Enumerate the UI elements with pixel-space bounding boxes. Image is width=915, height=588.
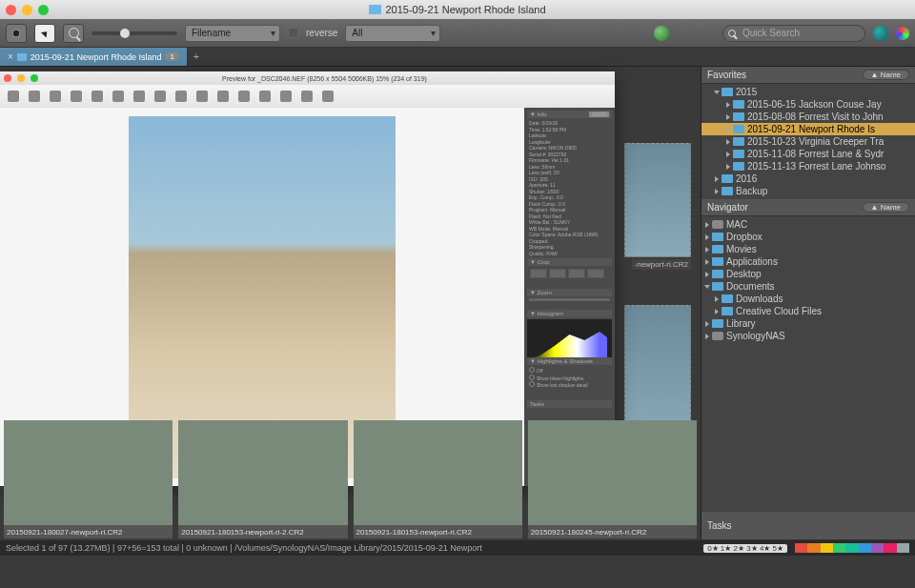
favorites-header: Favorites ▲ Name	[702, 67, 915, 84]
preview-tool[interactable]	[46, 91, 65, 102]
color-icon[interactable]	[896, 27, 909, 40]
disclosure-icon[interactable]	[705, 272, 709, 277]
close-tab-icon[interactable]: ×	[8, 51, 13, 62]
preview-traffic-lights[interactable]	[4, 74, 38, 82]
disclosure-icon[interactable]	[704, 285, 710, 289]
favorites-item[interactable]: Backup	[702, 185, 915, 197]
favorites-item[interactable]: 2015-11-13 Forrest Lane Johnso	[702, 160, 915, 172]
quick-search-input[interactable]: Quick Search	[722, 25, 865, 42]
sort-name-button[interactable]: ▲ Name	[863, 202, 909, 213]
disclosure-icon[interactable]	[715, 296, 719, 302]
disclosure-icon[interactable]	[705, 222, 709, 228]
navigator-item[interactable]: SynologyNAS	[702, 330, 915, 342]
navigator-item[interactable]: Movies	[702, 243, 915, 255]
settings-button[interactable]	[6, 24, 27, 43]
crop-button[interactable]	[568, 269, 585, 278]
reverse-checkbox[interactable]	[288, 28, 298, 38]
thumbnail[interactable]: 20150921-180153-newport-ri-2.CR2	[178, 420, 347, 538]
disclosure-icon[interactable]	[705, 259, 709, 265]
zoom-section-header[interactable]: ▼ Zoom	[527, 289, 612, 296]
navigator-item[interactable]: Dropbox	[702, 231, 915, 243]
disclosure-icon[interactable]	[726, 164, 730, 170]
preview-tool[interactable]	[67, 91, 86, 102]
disclosure-icon[interactable]	[726, 127, 730, 132]
disclosure-icon[interactable]	[705, 321, 709, 327]
navigator-item[interactable]: Documents	[702, 280, 915, 293]
disclosure-icon[interactable]	[714, 91, 720, 94]
zoom-level[interactable]: 100%	[589, 112, 609, 117]
disclosure-icon[interactable]	[715, 189, 719, 194]
disclosure-icon[interactable]	[726, 139, 730, 145]
preview-tool[interactable]	[109, 91, 128, 102]
thumbnail-partial[interactable]	[624, 143, 691, 257]
disclosure-icon[interactable]	[705, 234, 709, 240]
favorites-item[interactable]: 2015-08-08 Forrest Visit to John	[702, 111, 915, 123]
folder-tab[interactable]: × 2015-09-21 Newport Rhode Island 1	[0, 48, 188, 66]
favorites-item[interactable]: 2015	[702, 86, 915, 98]
disclosure-icon[interactable]	[726, 152, 730, 157]
thumbnail[interactable]: 20150921-180245-newport-ri.CR2	[528, 420, 697, 538]
preview-tool[interactable]	[318, 91, 337, 102]
pointer-tool-button[interactable]	[34, 24, 55, 43]
color-label-strip[interactable]	[795, 543, 909, 553]
thumbnail[interactable]: 20150921-180153-newport-ri.CR2	[354, 420, 522, 538]
tree-item-label: MAC	[726, 219, 747, 230]
close-icon[interactable]	[4, 74, 11, 82]
sync-icon[interactable]	[873, 26, 888, 41]
disclosure-icon[interactable]	[726, 102, 730, 108]
crop-button[interactable]	[530, 269, 547, 278]
favorites-item[interactable]: 2015-06-15 Jackson Couse Jay	[702, 98, 915, 111]
crop-section-header[interactable]: ▼ Crop	[527, 258, 612, 266]
navigator-item[interactable]: MAC	[702, 218, 915, 231]
zoom-slider[interactable]	[529, 298, 610, 301]
radio-option[interactable]: Show blown highlights	[529, 375, 610, 382]
preview-tool[interactable]	[25, 91, 44, 102]
highlights-section-header[interactable]: ▼ Highlights & Shadows	[527, 357, 612, 365]
sort-name-button[interactable]: ▲ Name	[863, 70, 909, 80]
thumbnail[interactable]: 20150921-180027-newport-ri.CR2	[4, 420, 173, 538]
navigator-item[interactable]: Downloads	[702, 293, 915, 305]
preview-tool[interactable]	[151, 91, 170, 102]
preview-tool[interactable]	[234, 91, 254, 102]
crop-button[interactable]	[587, 269, 604, 278]
preview-tool[interactable]	[255, 91, 274, 102]
disclosure-icon[interactable]	[715, 176, 719, 182]
preview-tool[interactable]	[172, 91, 191, 102]
favorites-item[interactable]: 2016	[702, 172, 915, 185]
disclosure-icon[interactable]	[705, 334, 709, 339]
navigator-item[interactable]: Creative Cloud Files	[702, 305, 915, 317]
disclosure-icon[interactable]	[726, 114, 730, 120]
globe-icon[interactable]	[654, 26, 669, 41]
radio-option[interactable]: Off	[529, 367, 610, 375]
zoom-tool-button[interactable]	[63, 24, 84, 43]
info-section-header[interactable]: ▼ Info100%	[527, 111, 612, 118]
filter-dropdown[interactable]: All	[345, 25, 440, 42]
favorites-item[interactable]: 2015-11-08 Forrest Lane & Sydr	[702, 148, 915, 160]
sort-dropdown[interactable]: Filename	[185, 25, 280, 42]
preview-tool[interactable]	[297, 91, 316, 102]
histogram-section-header[interactable]: ▼ Histogram	[527, 310, 612, 317]
preview-tool[interactable]	[214, 91, 233, 102]
navigator-item[interactable]: Desktop	[702, 268, 915, 280]
preview-tool[interactable]	[4, 91, 23, 102]
preview-tool[interactable]	[276, 91, 295, 102]
preview-tool[interactable]	[193, 91, 212, 102]
preview-tool[interactable]	[88, 91, 107, 102]
minimize-icon[interactable]	[17, 74, 25, 82]
favorites-item[interactable]: 2015-09-21 Newport Rhode Is	[702, 123, 915, 135]
preview-tool[interactable]	[130, 91, 149, 102]
radio-option[interactable]: Show lost shadow detail	[529, 381, 610, 389]
navigator-item[interactable]: Applications	[702, 255, 915, 268]
thumbnail-size-slider[interactable]	[92, 31, 177, 35]
star-filter[interactable]: 0★ 1★ 2★ 3★ 4★ 5★	[703, 544, 787, 553]
disclosure-icon[interactable]	[715, 309, 719, 314]
disclosure-icon[interactable]	[705, 247, 709, 253]
navigator-title: Navigator	[707, 202, 748, 213]
tasks-section-header[interactable]: Tasks	[527, 400, 612, 408]
new-tab-button[interactable]: +	[188, 48, 205, 66]
navigator-item[interactable]: Library	[702, 317, 915, 330]
crop-button[interactable]	[549, 269, 566, 278]
main-toolbar: Filename reverse All Quick Search	[0, 19, 915, 48]
zoom-icon[interactable]	[30, 74, 38, 82]
favorites-item[interactable]: 2015-10-23 Virginia Creeper Tra	[702, 135, 915, 148]
